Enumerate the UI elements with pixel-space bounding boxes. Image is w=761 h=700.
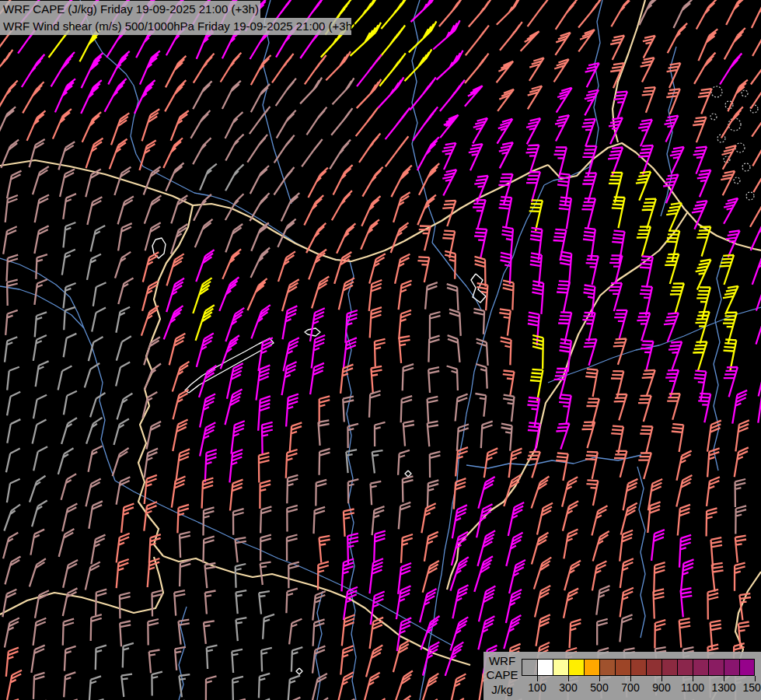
wind-barb [557,281,570,312]
wind-barb [236,537,246,562]
wind-barb [236,590,246,614]
wind-barb [386,108,410,140]
wind-barb [643,36,655,58]
wind-barb [250,166,269,194]
wind-barb [614,310,627,338]
wind-barb [196,250,214,282]
wind-barb [499,197,512,228]
wind-barb [260,562,271,585]
wind-barb [465,86,483,107]
wind-barb [312,646,325,674]
urban-area-blob [742,90,748,96]
wind-barb [356,107,379,136]
wind-barb [4,505,20,531]
wind-barb [371,366,382,394]
wind-barb [593,531,609,562]
wind-barb [503,281,514,310]
wind-barb [304,195,323,225]
wind-barb [584,285,595,316]
wind-barb [59,529,75,557]
wind-barb [756,309,761,345]
colorbar-cell [693,659,708,676]
wind-barb [148,619,159,645]
wind-barb [638,396,651,422]
wind-barb [307,107,327,135]
wind-barb [509,449,522,478]
wind-barb [413,107,438,140]
wind-barb [428,336,439,362]
wind-barb [118,223,132,250]
wind-barb [173,390,189,419]
wind-barb [334,252,351,284]
wind-barb [36,361,49,387]
wind-barb [735,506,746,534]
wind-barb [654,589,665,618]
wind-barb [642,199,656,229]
wind-barb [372,450,383,473]
wind-barb [35,590,49,618]
wind-barb [318,562,329,590]
wind-barb [419,163,439,195]
wind-barb [3,533,18,559]
wind-barb [7,367,19,390]
wind-barb [597,619,608,646]
wind-barb [693,117,706,143]
wind-barb [430,312,441,338]
colorbar-cell [677,659,693,676]
wind-barb [484,448,498,478]
wind-barb [501,424,512,451]
country-border-line [193,165,548,261]
wind-barb [399,502,411,530]
wind-barb [91,614,102,641]
wind-barb [707,508,717,536]
wind-barb [5,310,18,335]
wind-barb [386,136,409,166]
wind-barb [251,55,271,85]
wind-barb [93,282,106,306]
wind-barb [173,362,190,392]
wind-barb [452,585,468,618]
wind-barb [399,281,412,310]
wind-barb [123,643,134,668]
legend-variable-label: CAPE [483,668,521,682]
wind-barb [205,450,217,482]
colorbar-cell [522,659,537,676]
wind-barb [497,89,514,111]
wind-barb [344,509,354,537]
wind-barb [581,198,595,229]
wind-barb [654,562,665,593]
wind-barb [442,170,456,195]
wind-barb [556,424,569,450]
wind-barb [204,537,215,563]
header-title-windshear: WRF Wind shear (m/s) 500/1000hPa Friday … [0,18,351,35]
wind-barb [735,479,746,507]
wind-barb [640,426,652,453]
wind-barb [91,226,106,251]
wind-barb [532,533,549,565]
wind-barb [166,163,183,191]
wind-barb [3,226,17,254]
wind-barb [284,338,299,371]
wind-barb [65,646,76,671]
wind-barb [232,677,243,700]
wind-barb [641,58,655,82]
wind-barb [638,453,651,479]
wind-barb [399,336,410,363]
wind-barb [225,224,243,252]
wind-barb [287,475,298,503]
wind-barb [225,112,243,138]
wind-barb [532,477,550,509]
wind-barb [437,51,463,80]
wind-barb [117,559,129,588]
wind-barb [451,674,466,700]
wind-barb [501,338,511,366]
wind-barb [116,362,130,387]
urban-area-blob [734,177,740,184]
wind-barb [174,590,185,616]
wind-barb [391,166,411,198]
wind-barb [529,200,543,231]
wind-barb [411,0,438,22]
wind-barb [197,334,214,367]
wind-barb [340,646,353,674]
wind-barb [752,136,761,166]
